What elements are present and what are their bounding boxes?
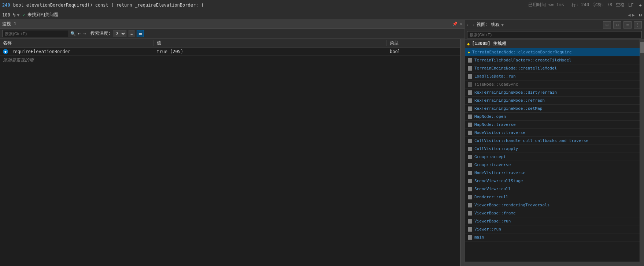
frame-name-7: RexTerrainEngineNode::setMap — [474, 106, 542, 111]
pos-line: 行: 240 — [571, 2, 589, 8]
frame-icon-1 — [468, 58, 472, 63]
stack-frame-6[interactable]: RexTerrainEngineNode::refresh — [465, 97, 640, 105]
forward-arrow-icon[interactable]: → — [471, 22, 474, 27]
stack-frame-16[interactable]: SceneView::cullStage — [465, 177, 640, 185]
stack-frame-5[interactable]: RexTerrainEngineNode::dirtyTerrain — [465, 89, 640, 97]
code-bar: 240 bool elevationBorderRequired() const… — [0, 0, 644, 10]
filter-button-2[interactable]: ☰ — [137, 30, 144, 37]
icon-btn-4[interactable]: ⋮ — [634, 21, 642, 29]
row-name-cell: ● _requireElevationBorder — [0, 49, 154, 54]
stack-frame-15[interactable]: NodeVisitor::traverse — [465, 169, 640, 177]
stack-frame-8[interactable]: MapNode::open — [465, 113, 640, 121]
frame-name-4: TileNode::loadSync — [474, 82, 518, 87]
stack-frame-17[interactable]: SceneView::cull — [465, 185, 640, 193]
back-arrow-icon[interactable]: ← — [467, 22, 470, 27]
frame-icon-13 — [468, 155, 472, 159]
frame-name-12: CullVisitor::apply — [474, 146, 518, 151]
pos-char: 字符: 78 — [593, 2, 612, 8]
search-icon: 🔍 — [70, 31, 76, 36]
stack-frame-12[interactable]: CullVisitor::apply — [465, 145, 640, 153]
stack-frame-23[interactable]: main — [465, 233, 640, 241]
frame-name-20: ViewerBase::frame — [474, 211, 516, 216]
stack-frame-2[interactable]: TerrainEngineNode::createTileModel — [465, 64, 640, 72]
frame-icon-3 — [468, 74, 472, 79]
icon-btn-2[interactable]: ⊟ — [613, 21, 621, 29]
frame-icon-16 — [468, 179, 472, 183]
frame-name-2: TerrainEngineNode::createTileModel — [474, 66, 557, 71]
frame-icon-22 — [468, 227, 472, 232]
col-header-name: 名称 — [0, 40, 154, 46]
scroll-left-icon[interactable]: ◀ — [628, 12, 630, 18]
thread-icon: ◆ — [467, 41, 470, 46]
frame-name-3: LoadTileData::run — [474, 74, 516, 79]
watch-search-input[interactable] — [2, 30, 68, 37]
icon-btn-3[interactable]: ≡ — [623, 21, 632, 29]
zoom-dropdown-icon[interactable]: ▼ — [17, 12, 19, 18]
frame-name-22: Viewer::run — [474, 227, 501, 232]
frame-icon-2 — [468, 66, 472, 71]
table-header: 名称 值 类型 — [0, 39, 460, 48]
stack-frame-18[interactable]: Renderer::cull — [465, 193, 640, 201]
add-watch-label[interactable]: 添加要监视的项 — [0, 56, 460, 65]
stack-frame-0[interactable]: ▶ TerrainEngineNode::elevationBorderRequ… — [465, 48, 640, 56]
frame-name-19: ViewerBase::renderingTraversals — [474, 203, 549, 207]
frame-name-5: RexTerrainEngineNode::dirtyTerrain — [474, 90, 557, 95]
icon-btn-1[interactable]: ⊞ — [603, 21, 611, 29]
next-search-btn[interactable]: → — [83, 31, 86, 36]
frame-name-9: MapNode::traverse — [474, 122, 516, 127]
thread-header: ◆ [13008] 主线程 — [465, 40, 640, 48]
view-dropdown-arrow[interactable]: ▼ — [501, 22, 504, 27]
frame-name-17: SceneView::cull — [474, 187, 511, 191]
stack-frame-14[interactable]: Group::traverse — [465, 161, 640, 169]
frame-icon-5 — [468, 90, 472, 95]
stack-frame-13[interactable]: Group::accept — [465, 153, 640, 161]
close-watch-icon[interactable]: ✕ — [460, 22, 462, 26]
frame-icon-12 — [468, 147, 472, 151]
row-name-text: _requireElevationBorder — [10, 49, 70, 54]
pos-lf: LF — [628, 3, 633, 8]
prev-search-btn[interactable]: ← — [78, 31, 81, 36]
expand-button[interactable]: + — [639, 2, 642, 8]
thread-label: [13008] 主线程 — [472, 41, 506, 47]
stack-frame-4[interactable]: TileNode::loadSync — [465, 80, 640, 89]
frame-icon-4 — [468, 82, 472, 87]
depth-select[interactable]: 3 1 2 4 5 — [113, 30, 126, 37]
right-scroll-track[interactable] — [640, 40, 644, 262]
scroll-right-icon[interactable]: ▶ — [632, 12, 635, 18]
frame-icon-9 — [468, 123, 472, 127]
frame-icon-18 — [468, 195, 472, 199]
stack-frame-21[interactable]: ViewerBase::run — [465, 217, 640, 225]
stack-frame-1[interactable]: TerrainTileModelFactory::createTileModel — [465, 56, 640, 64]
panel-toggle-icon[interactable]: ⊟ — [639, 12, 642, 18]
stack-frame-22[interactable]: Viewer::run — [465, 225, 640, 233]
frame-name-21: ViewerBase::run — [474, 219, 511, 224]
frame-icon-10 — [468, 131, 472, 135]
stack-frame-19[interactable]: ViewerBase::renderingTraversals — [465, 201, 640, 209]
timing-info: 已用时间 <= 1ms — [528, 2, 565, 8]
frame-icon-21 — [468, 219, 472, 224]
frame-icon-6 — [468, 98, 472, 103]
frame-icon-8 — [468, 115, 472, 119]
frame-name-0: TerrainEngineNode::elevationBorderRequir… — [472, 50, 572, 55]
table-row[interactable]: ● _requireElevationBorder true (205) boo… — [0, 48, 460, 56]
stack-frame-20[interactable]: ViewerBase::frame — [465, 209, 640, 217]
stack-frame-7[interactable]: RexTerrainEngineNode::setMap — [465, 105, 640, 113]
frame-icon-20 — [468, 211, 472, 216]
frame-icon-19 — [468, 203, 472, 207]
frame-icon-7 — [468, 106, 472, 111]
stack-frame-9[interactable]: MapNode::traverse — [465, 121, 640, 129]
stack-frame-11[interactable]: CullVisitor::handle_cull_callbacks_and_t… — [465, 137, 640, 145]
status-check-icon: ✓ — [22, 12, 25, 18]
call-stack-search-input[interactable] — [467, 31, 642, 38]
bottom-scroll-bar[interactable] — [465, 262, 644, 266]
stack-frame-10[interactable]: NodeVisitor::traverse — [465, 129, 640, 137]
filter-button-1[interactable]: ≡ — [129, 30, 134, 37]
stack-frame-3[interactable]: LoadTileData::run — [465, 72, 640, 80]
frame-icon-17 — [468, 187, 472, 191]
watch-search-bar: 🔍 ← → 搜索深度: 3 1 2 4 5 ≡ ☰ — [0, 29, 465, 39]
row-value-cell: true (205) — [154, 49, 387, 54]
frame-name-14: Group::traverse — [474, 162, 511, 167]
pin-icon[interactable]: 📌 — [452, 22, 458, 26]
left-scroll-track[interactable] — [460, 39, 465, 266]
right-scroll-thumb[interactable] — [640, 42, 644, 53]
